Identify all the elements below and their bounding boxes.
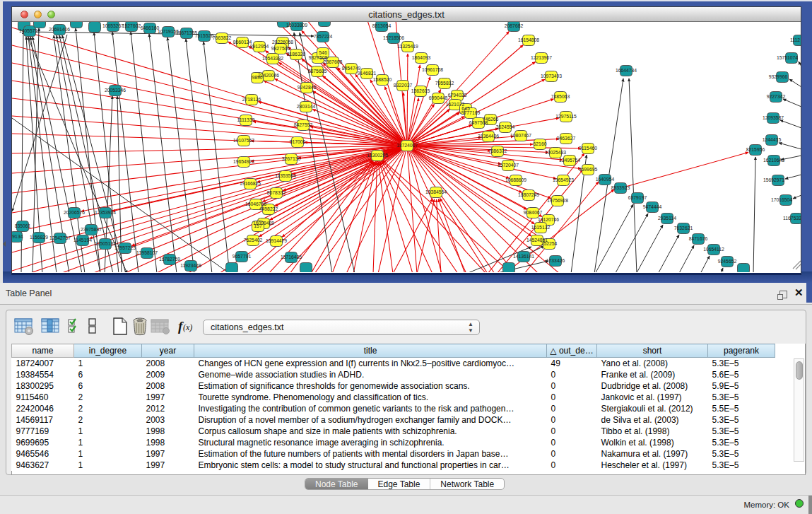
svg-text:7663822: 7663822 (213, 35, 232, 40)
svg-text:11923448: 11923448 (180, 263, 201, 268)
svg-text:18300295: 18300295 (367, 153, 388, 158)
svg-text:8933923: 8933923 (611, 185, 630, 190)
svg-text:(x): (x) (183, 322, 192, 332)
svg-text:3267130: 3267130 (282, 156, 301, 161)
svg-text:6379197: 6379197 (628, 195, 647, 200)
svg-text:20206576: 20206576 (64, 210, 85, 215)
svg-text:8471676: 8471676 (689, 236, 708, 241)
svg-text:2367608: 2367608 (324, 59, 343, 64)
svg-text:6497568: 6497568 (469, 120, 488, 125)
svg-text:3624554: 3624554 (496, 124, 515, 129)
svg-text:7955812: 7955812 (435, 81, 454, 86)
svg-text:2935114: 2935114 (658, 216, 676, 221)
svg-text:9777169: 9777169 (461, 110, 481, 115)
svg-text:8186328: 8186328 (287, 52, 306, 57)
svg-text:7386372: 7386372 (488, 148, 507, 153)
svg-text:16033809: 16033809 (286, 23, 307, 28)
svg-text:14055712: 14055712 (19, 28, 40, 33)
svg-text:9463627: 9463627 (557, 136, 576, 141)
svg-text:10120746: 10120746 (538, 217, 559, 222)
svg-text:16210643: 16210643 (763, 158, 784, 163)
svg-text:9329966: 9329966 (769, 74, 788, 79)
svg-text:1615132: 1615132 (531, 225, 551, 230)
svg-text:10653267: 10653267 (102, 23, 124, 28)
svg-text:14136141: 14136141 (513, 254, 534, 259)
svg-text:13495754: 13495754 (559, 158, 580, 163)
svg-text:12213967: 12213967 (531, 55, 552, 60)
svg-text:10654112: 10654112 (703, 247, 724, 252)
svg-text:9115460: 9115460 (579, 146, 597, 151)
svg-text:15720407: 15720407 (498, 163, 519, 168)
svg-text:1111339: 1111339 (237, 117, 255, 122)
svg-text:17957223: 17957223 (114, 245, 136, 250)
svg-text:19384554: 19384554 (425, 189, 447, 194)
svg-text:1640954: 1640954 (596, 177, 615, 182)
svg-text:6794028: 6794028 (448, 93, 467, 98)
svg-text:9245652: 9245652 (718, 259, 737, 264)
svg-text:1527602: 1527602 (122, 23, 141, 28)
svg-text:16782759: 16782759 (159, 257, 180, 262)
svg-text:6466160: 6466160 (141, 25, 160, 30)
svg-text:9227342: 9227342 (767, 94, 786, 99)
svg-text:1156829: 1156829 (30, 235, 48, 240)
svg-text:20053346: 20053346 (105, 88, 126, 93)
svg-text:2087682: 2087682 (505, 23, 524, 28)
svg-text:15716485: 15716485 (281, 255, 302, 259)
svg-text:3875685: 3875685 (308, 69, 327, 74)
svg-text:10025433: 10025433 (545, 150, 566, 155)
svg-text:9827506: 9827506 (271, 46, 290, 51)
svg-text:10961758: 10961758 (422, 67, 443, 72)
svg-text:917006: 917006 (290, 139, 306, 144)
svg-text:19218506: 19218506 (383, 35, 404, 40)
svg-text:1864093: 1864093 (412, 55, 431, 60)
svg-text:12975115: 12975115 (555, 114, 577, 119)
svg-text:1588520: 1588520 (373, 77, 392, 82)
svg-text:9146821: 9146821 (358, 71, 377, 76)
svg-text:6990448: 6990448 (429, 95, 448, 100)
svg-text:1362615: 1362615 (411, 88, 430, 93)
svg-text:1167533: 1167533 (783, 216, 801, 221)
svg-text:9474444: 9474444 (643, 204, 662, 209)
svg-text:1112: 1112 (790, 37, 800, 42)
svg-text:1145194: 1145194 (73, 238, 92, 243)
svg-text:11325419: 11325419 (397, 44, 418, 49)
svg-text:16154808: 16154808 (518, 37, 539, 42)
svg-text:546: 546 (319, 50, 327, 55)
svg-text:39134: 39134 (12, 234, 23, 239)
svg-text:252254: 252254 (541, 241, 558, 246)
svg-text:7857224: 7857224 (314, 34, 333, 39)
svg-text:8322037: 8322037 (394, 83, 413, 88)
svg-text:10688609: 10688609 (505, 177, 526, 182)
svg-text:11353594: 11353594 (275, 173, 296, 178)
svg-text:8660124: 8660124 (233, 40, 252, 45)
svg-text:10107552: 10107552 (233, 138, 254, 143)
svg-text:20691406: 20691406 (49, 27, 70, 32)
svg-text:7485063: 7485063 (551, 94, 570, 99)
svg-text:23975887: 23975887 (81, 227, 102, 232)
svg-text:9890: 9890 (252, 75, 262, 80)
svg-text:10807467: 10807467 (510, 133, 531, 138)
svg-text:19166825: 19166825 (240, 181, 261, 186)
svg-text:9084067: 9084067 (524, 210, 543, 215)
svg-text:835061: 835061 (15, 223, 31, 228)
svg-text:16046766: 16046766 (245, 201, 266, 206)
svg-text:9657791: 9657791 (233, 254, 252, 259)
svg-text:13958107: 13958107 (136, 250, 158, 255)
svg-text:19654923: 19654923 (553, 177, 574, 182)
svg-text:8678332: 8678332 (267, 190, 286, 195)
svg-text:12942757: 12942757 (49, 235, 71, 240)
svg-text:18807249: 18807249 (518, 192, 539, 197)
svg-text:19756928: 19756928 (547, 198, 568, 203)
svg-text:18724007: 18724007 (396, 143, 418, 148)
svg-text:15692971: 15692971 (763, 177, 784, 182)
svg-text:16644784: 16644784 (616, 68, 637, 73)
svg-text:12505135: 12505135 (95, 241, 116, 246)
svg-text:17353924: 17353924 (95, 210, 116, 215)
svg-text:7625402: 7625402 (244, 238, 263, 243)
svg-text:10973493: 10973493 (541, 74, 562, 78)
svg-text:62160: 62160 (534, 141, 547, 146)
svg-text:8215956: 8215956 (746, 147, 765, 152)
svg-text:28226058: 28226058 (272, 40, 293, 45)
svg-text:7632621: 7632621 (674, 226, 693, 230)
svg-text:2803144: 2803144 (297, 104, 316, 109)
